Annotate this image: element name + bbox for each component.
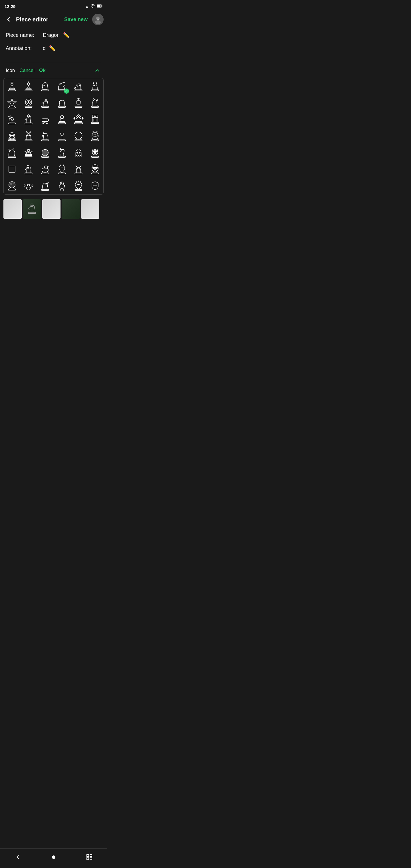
svg-rect-101 xyxy=(25,173,32,174)
icon-chicken[interactable] xyxy=(54,178,70,194)
preview-cell-2[interactable] xyxy=(23,199,41,219)
piece-name-row: Piece name: Dragon ✏️ xyxy=(6,32,101,38)
recents-nav-button[interactable] xyxy=(83,851,96,863)
back-nav-button[interactable] xyxy=(12,851,24,863)
icon-queen[interactable] xyxy=(70,111,87,128)
preview-cell-3[interactable] xyxy=(42,199,61,219)
icon-dog[interactable] xyxy=(20,161,37,178)
svg-point-25 xyxy=(28,102,29,103)
svg-point-106 xyxy=(77,167,80,169)
icon-cat[interactable] xyxy=(20,128,37,145)
icon-circle-filled[interactable] xyxy=(37,145,53,161)
svg-rect-86 xyxy=(25,156,32,157)
icon-snake[interactable] xyxy=(4,111,20,128)
svg-rect-29 xyxy=(58,106,66,107)
icon-bishop-plus[interactable] xyxy=(4,78,20,95)
save-new-button[interactable]: Save new xyxy=(62,16,90,24)
icon-grid-container xyxy=(3,78,104,195)
icon-wolf[interactable] xyxy=(87,78,103,95)
svg-point-109 xyxy=(92,167,95,168)
svg-point-79 xyxy=(92,132,98,140)
icon-knight-alt[interactable] xyxy=(37,95,53,111)
annotation-edit-icon[interactable]: ✏️ xyxy=(49,45,55,52)
piece-name-value: Dragon xyxy=(43,32,60,38)
svg-rect-22 xyxy=(8,107,16,108)
icon-crystal-ball[interactable] xyxy=(4,178,20,194)
svg-point-121 xyxy=(46,184,46,184)
home-nav-button[interactable] xyxy=(48,851,60,863)
ok-button[interactable]: Ok xyxy=(39,68,46,73)
status-bar: 12:29 ▲ xyxy=(0,0,107,11)
icon-dinosaur[interactable] xyxy=(37,178,53,194)
svg-point-113 xyxy=(9,182,15,188)
annotation-row: Annotation: d ✏️ xyxy=(6,45,101,52)
chevron-up-icon[interactable] xyxy=(93,66,101,74)
svg-rect-28 xyxy=(42,106,49,107)
icon-bear[interactable] xyxy=(87,145,103,161)
icon-wolf-howl[interactable] xyxy=(4,145,20,161)
icon-owl[interactable] xyxy=(87,128,103,145)
svg-rect-134 xyxy=(87,855,89,857)
svg-point-115 xyxy=(12,183,13,184)
icon-label: Icon xyxy=(6,68,15,73)
cancel-button[interactable]: Cancel xyxy=(20,68,35,73)
svg-point-81 xyxy=(95,134,97,136)
preview-cell-1[interactable] xyxy=(3,199,22,219)
svg-rect-73 xyxy=(25,140,32,141)
svg-point-48 xyxy=(75,116,76,117)
svg-rect-112 xyxy=(91,173,99,174)
icon-cannon[interactable] xyxy=(37,111,53,128)
preview-cell-4[interactable] xyxy=(62,199,80,219)
icon-horse-dark[interactable] xyxy=(37,128,53,145)
icon-target[interactable] xyxy=(20,95,37,111)
icon-rooster[interactable] xyxy=(54,145,70,161)
svg-rect-33 xyxy=(91,106,99,107)
icon-duck[interactable] xyxy=(37,161,53,178)
svg-rect-55 xyxy=(94,115,96,117)
icon-knight-helmet[interactable] xyxy=(37,78,53,95)
piece-info-section: Piece name: Dragon ✏️ Annotation: d ✏️ xyxy=(0,27,107,63)
icon-square-empty[interactable] xyxy=(4,161,20,178)
svg-point-77 xyxy=(75,132,82,140)
icon-rook[interactable] xyxy=(87,111,103,128)
svg-point-91 xyxy=(79,152,80,153)
avatar[interactable]: ⚔ xyxy=(92,14,104,25)
icon-bull[interactable] xyxy=(70,161,87,178)
icon-elephant[interactable] xyxy=(70,78,87,95)
icon-ghost[interactable] xyxy=(70,145,87,161)
svg-point-87 xyxy=(42,149,48,156)
icon-griffin[interactable] xyxy=(87,95,103,111)
icon-phoenix[interactable] xyxy=(70,178,87,194)
icon-grid xyxy=(4,78,103,194)
network-icon: ▲ xyxy=(85,4,89,8)
svg-rect-20 xyxy=(91,90,99,91)
icon-skull[interactable] xyxy=(4,128,20,145)
piece-name-label: Piece name: xyxy=(6,32,43,38)
svg-rect-136 xyxy=(87,858,89,860)
icon-crab[interactable] xyxy=(20,178,37,194)
svg-rect-53 xyxy=(74,123,83,124)
svg-point-119 xyxy=(27,185,28,186)
svg-rect-76 xyxy=(58,140,66,141)
svg-rect-56 xyxy=(96,115,98,117)
icon-bird[interactable] xyxy=(54,161,70,178)
icon-orb[interactable] xyxy=(70,128,87,145)
icon-heart-cross[interactable] xyxy=(70,95,87,111)
icon-knight-fancy[interactable] xyxy=(54,95,70,111)
svg-rect-37 xyxy=(25,123,32,124)
piece-name-edit-icon[interactable]: ✏️ xyxy=(63,32,69,38)
icon-pawn[interactable] xyxy=(54,111,70,128)
svg-rect-32 xyxy=(75,106,82,107)
icon-knight-standard[interactable] xyxy=(20,111,37,128)
icon-shield[interactable] xyxy=(87,178,103,194)
svg-point-120 xyxy=(29,185,30,186)
bottom-nav xyxy=(0,848,107,868)
icon-dragon[interactable] xyxy=(54,78,70,95)
icon-queen-crown[interactable] xyxy=(20,145,37,161)
icon-bishop[interactable] xyxy=(20,78,37,95)
icon-alien[interactable] xyxy=(87,161,103,178)
icon-trident[interactable] xyxy=(54,128,70,145)
back-button[interactable] xyxy=(3,14,14,25)
preview-cell-5[interactable] xyxy=(81,199,99,219)
icon-star[interactable] xyxy=(4,95,20,111)
